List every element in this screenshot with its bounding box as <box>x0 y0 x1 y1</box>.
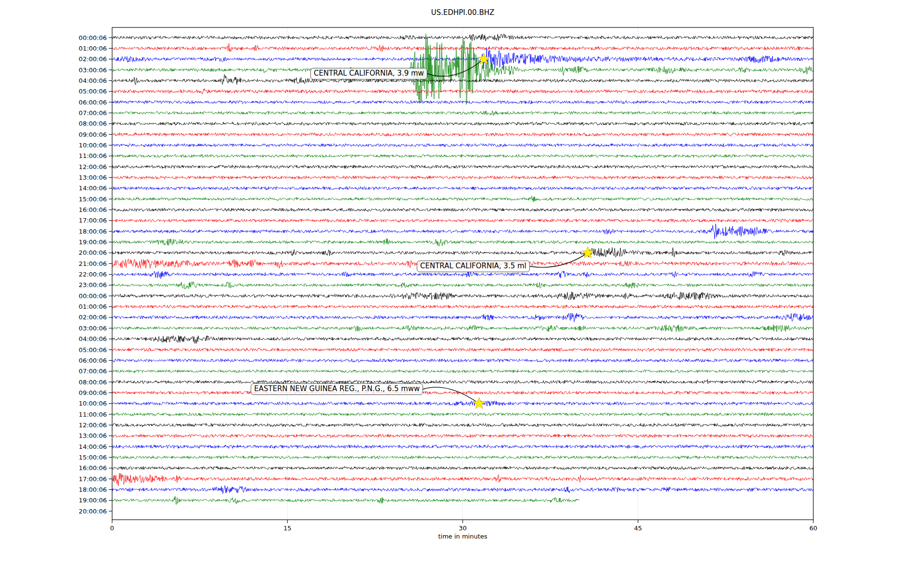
y-tick-label: 06:00:06 <box>79 99 107 106</box>
seismo-trace-050006 <box>112 348 813 351</box>
y-tick-label: 09:00:06 <box>79 131 107 138</box>
y-tick-label: 13:00:06 <box>79 174 107 181</box>
y-tick-label: 03:00:06 <box>79 66 107 74</box>
y-tick-label: 07:00:06 <box>79 368 107 375</box>
seismo-trace-160006 <box>112 208 813 211</box>
y-tick-label: 08:00:06 <box>79 379 107 386</box>
y-tick-label: 20:00:06 <box>79 249 107 256</box>
seismo-trace-230006 <box>112 282 813 289</box>
y-tick-label: 09:00:06 <box>79 389 107 396</box>
y-tick-label: 04:00:06 <box>79 335 107 342</box>
y-tick-label: 12:00:06 <box>79 163 107 171</box>
event-annotation-2: CENTRAL CALIFORNIA, 3.5 ml <box>417 261 530 272</box>
x-tick-label: 60 <box>809 525 818 532</box>
x-axis-label: time in minutes <box>112 533 813 540</box>
y-tick-label: 03:00:06 <box>79 325 107 332</box>
y-tick-label: 16:00:06 <box>79 206 107 213</box>
y-tick-label: 10:00:06 <box>79 142 107 149</box>
y-tick-label: 18:00:06 <box>79 486 107 493</box>
y-tick-label: 00:00:06 <box>79 292 107 300</box>
y-tick-label: 06:00:06 <box>79 357 107 364</box>
y-tick-label: 02:00:06 <box>79 314 107 321</box>
seismo-trace-040006 <box>112 336 813 343</box>
seismo-trace-070006 <box>112 111 813 116</box>
y-tick-label: 04:00:06 <box>79 77 107 84</box>
y-tick-label: 15:00:06 <box>79 454 107 461</box>
x-tick-label: 30 <box>459 525 467 532</box>
y-tick-label: 15:00:06 <box>79 196 107 203</box>
seismo-trace-170006 <box>112 473 813 486</box>
y-tick-label: 08:00:06 <box>79 120 107 127</box>
seismo-trace-000006 <box>112 292 813 300</box>
seismo-trace-120006 <box>112 165 813 169</box>
y-tick-label: 01:00:06 <box>79 303 107 310</box>
y-tick-label: 07:00:06 <box>79 109 107 117</box>
y-tick-label: 23:00:06 <box>79 281 107 289</box>
y-tick-label: 00:00:06 <box>79 34 107 41</box>
y-tick-label: 05:00:06 <box>79 88 107 95</box>
y-tick-label: 01:00:06 <box>79 45 107 52</box>
seismo-trace-010006 <box>112 305 813 308</box>
seismo-trace-150006 <box>112 456 813 459</box>
x-tick-label: 45 <box>634 525 642 532</box>
y-tick-label: 16:00:06 <box>79 464 107 472</box>
event-annotation-3: EASTERN NEW GUINEA REG., P.N.G., 6.5 mww <box>251 383 423 395</box>
y-tick-label: 22:00:06 <box>79 271 107 278</box>
seismo-trace-130006 <box>112 434 813 438</box>
event-connector-3 <box>423 387 479 404</box>
x-tick-label: 15 <box>283 525 292 532</box>
seismo-trace-080006 <box>112 122 813 126</box>
y-tick-label: 11:00:06 <box>79 411 107 418</box>
y-tick-label: 17:00:06 <box>79 475 107 483</box>
y-tick-label: 14:00:06 <box>79 184 107 192</box>
seismo-trace-030006 <box>112 34 813 105</box>
seismo-trace-190006 <box>112 496 579 504</box>
y-tick-label: 12:00:06 <box>79 421 107 429</box>
seismo-trace-130006 <box>112 176 813 179</box>
y-tick-label: 11:00:06 <box>79 152 107 159</box>
seismo-trace-180006 <box>112 486 813 494</box>
y-tick-label: 21:00:06 <box>79 260 107 267</box>
seismogram-figure: US.EDHPI.00.BHZ 00:00:0601:00:0602:00:06… <box>0 0 924 578</box>
x-tick-label: 0 <box>110 525 114 532</box>
y-tick-label: 05:00:06 <box>79 346 107 354</box>
y-tick-label: 02:00:06 <box>79 55 107 63</box>
y-tick-label: 18:00:06 <box>79 228 107 235</box>
y-tick-label: 20:00:06 <box>79 508 107 515</box>
y-tick-label: 14:00:06 <box>79 443 107 450</box>
y-tick-label: 19:00:06 <box>79 238 107 246</box>
y-tick-label: 19:00:06 <box>79 497 107 504</box>
seismogram-canvas: 00:00:0601:00:0602:00:0603:00:0604:00:06… <box>0 0 924 578</box>
seismo-trace-200006 <box>112 248 813 257</box>
event-annotation-1: CENTRAL CALIFORNIA, 3.9 mw <box>310 68 427 79</box>
seismo-trace-170006 <box>112 219 813 223</box>
y-tick-label: 13:00:06 <box>79 432 107 439</box>
event-star-icon-3 <box>473 397 485 409</box>
seismo-trace-070006 <box>112 370 813 373</box>
seismo-trace-000006 <box>112 34 813 41</box>
y-tick-label: 17:00:06 <box>79 217 107 224</box>
y-tick-label: 10:00:06 <box>79 400 107 407</box>
